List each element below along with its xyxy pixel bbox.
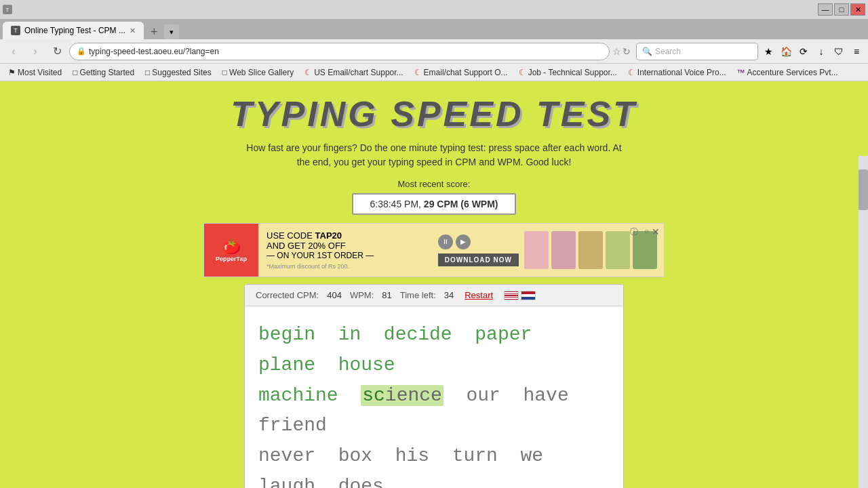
bookmark-web-slice[interactable]: □ Web Slice Gallery (220, 66, 296, 79)
word-turn: turn (452, 445, 498, 466)
ad-line2: AND GET 20% OFF (267, 241, 425, 251)
bookmark-getting-started[interactable]: □ Getting Started (70, 66, 137, 79)
main-column: Typing Speed Test How fast are your fing… (163, 94, 705, 488)
cpm-label: Corrected CPM: (256, 290, 319, 300)
bookmark-icon: □ (222, 68, 227, 77)
url-text: typing-speed-test.aoeu.eu/?lang=en (89, 47, 219, 56)
download-icon[interactable]: ↓ (814, 44, 829, 59)
word-machine: machine (258, 385, 338, 406)
page-content: Typing Speed Test How fast are your fing… (0, 81, 868, 488)
bookmark-label: International Voice Pro... (637, 68, 726, 77)
bookmarks-bar: ⚑ Most Visited □ Getting Started □ Sugge… (0, 64, 868, 81)
tab-favicon: T (11, 26, 20, 35)
ad-minimize-icon[interactable]: ○ (644, 226, 649, 236)
pause-button[interactable]: ⏸ (438, 235, 453, 249)
browser-favicon: T (3, 5, 12, 14)
bookmark-accenture[interactable]: ™ Accenture Services Pvt... (734, 66, 841, 79)
word-we: we (521, 445, 544, 466)
search-placeholder: Search (655, 47, 681, 56)
ad-info-icon[interactable]: ⓘ (630, 226, 638, 238)
scrollbar-thumb[interactable] (859, 169, 868, 210)
typing-test-box: Corrected CPM: 404 WPM: 81 Time left: 34… (244, 284, 624, 488)
bookmark-crescent-icon: ☾ (304, 68, 312, 77)
bookmark-international[interactable]: ☾ International Voice Pro... (625, 66, 729, 79)
bookmark-most-visited[interactable]: ⚑ Most Visited (5, 66, 64, 79)
us-flag[interactable] (504, 291, 519, 300)
bookmark-label: Suggested Sites (152, 68, 211, 77)
bookmark-label: Web Slice Gallery (229, 68, 294, 77)
recent-score-box: 6:38:45 PM, 29 CPM (6 WPM) (352, 193, 515, 215)
word-plane: plane (258, 354, 315, 375)
word-have: have (524, 385, 569, 406)
tab-bar: T Online Typing Test - CPM ... ✕ + ▾ (0, 19, 868, 39)
new-tab-button[interactable]: + (146, 25, 162, 39)
tab-options-button[interactable]: ▾ (164, 24, 179, 39)
scrollbar[interactable] (859, 156, 868, 488)
bookmark-label: Getting Started (79, 68, 134, 77)
pepper-logo: 🍅 PepperTap (204, 223, 258, 277)
word-laugh: laugh (258, 476, 315, 488)
navigation-bar: ‹ › ↻ 🔒 typing-speed-test.aoeu.eu/?lang=… (0, 39, 868, 64)
bookmark-crescent-icon: ☾ (414, 68, 422, 77)
window-controls: — □ ✕ (818, 3, 865, 16)
home-icon[interactable]: 🏠 (778, 44, 793, 59)
bookmark-crescent-icon: ☾ (519, 68, 526, 77)
browser-chrome: T — □ ✕ T Online Typing Test - CPM ... ✕… (0, 0, 868, 81)
bookmark-label: Job - Technical Suppor... (528, 68, 617, 77)
tab-close-icon[interactable]: ✕ (130, 26, 136, 35)
typing-stats-bar: Corrected CPM: 404 WPM: 81 Time left: 34… (245, 285, 623, 306)
word-in: in (338, 324, 361, 345)
word-science-current: science (361, 385, 443, 406)
recent-score-value: 29 CPM (6 WPM) (424, 199, 498, 209)
recent-score-time: 6:38:45 PM, (370, 199, 421, 209)
time-left-label: Time left: (400, 290, 436, 300)
typed-part: sc (362, 385, 385, 406)
menu-icon[interactable]: ≡ (849, 44, 864, 59)
ad-line3: — ON YOUR 1ST ORDER — (267, 251, 425, 260)
play-controls: ⏸ ▶ (438, 235, 471, 249)
shield-icon[interactable]: 🛡 (831, 44, 846, 59)
refresh-button[interactable]: ↻ (47, 42, 66, 61)
maximize-button[interactable]: □ (834, 3, 849, 16)
back-button[interactable]: ‹ (4, 42, 23, 61)
subtitle-line2: the end, you get your typing speed in CP… (297, 157, 572, 167)
bookmark-email-chat[interactable]: ☾ Email/chat Support O... (412, 66, 511, 79)
nl-flag[interactable] (521, 291, 536, 300)
favorites-icon[interactable]: ★ (761, 44, 776, 59)
forward-button[interactable]: › (26, 42, 45, 61)
product-4 (606, 231, 630, 269)
bookmark-tm-icon: ™ (737, 68, 745, 77)
close-button[interactable]: ✕ (850, 3, 865, 16)
ad-close-icon[interactable]: ✕ (652, 226, 660, 237)
restart-link[interactable]: Restart (465, 290, 493, 300)
search-box[interactable]: 🔍 Search (636, 43, 758, 60)
minimize-button[interactable]: — (818, 3, 833, 16)
refresh-small-icon[interactable]: ↻ (623, 46, 631, 57)
wpm-label: WPM: (350, 290, 374, 300)
address-bar[interactable]: 🔒 typing-speed-test.aoeu.eu/?lang=en (69, 43, 610, 60)
word-paper: paper (475, 324, 532, 345)
ad-disclaimer: *Maximum discount of Rs 200. (267, 263, 425, 270)
bookmark-suggested-sites[interactable]: □ Suggested Sites (142, 66, 214, 79)
bookmark-label: Accenture Services Pvt... (747, 68, 838, 77)
word-box: box (338, 445, 372, 466)
ad-banner: 🍅 PepperTap USE CODE TAP20 AND GET 20% O… (203, 223, 665, 277)
remaining-part: ience (385, 385, 442, 406)
bookmark-star-icon[interactable]: ☆ (612, 46, 621, 57)
word-does: does (338, 476, 384, 488)
active-tab[interactable]: T Online Typing Test - CPM ... ✕ (3, 22, 144, 39)
play-button[interactable]: ▶ (456, 235, 471, 249)
wpm-value: 81 (382, 290, 391, 300)
site-title: Typing Speed Test (231, 94, 637, 134)
word-friend: friend (258, 415, 327, 436)
download-button[interactable]: DOWNLOAD NOW (438, 253, 519, 266)
bookmark-job[interactable]: ☾ Job - Technical Suppor... (516, 66, 620, 79)
typing-words-display: begin in decide paper plane house machin… (245, 306, 623, 488)
browser-toolbar-icons: ★ 🏠 ⟳ ↓ 🛡 ≡ (761, 44, 864, 59)
bookmark-us-email[interactable]: ☾ US Email/chart Suppor... (302, 66, 406, 79)
word-begin: begin (258, 324, 315, 345)
search-icon: 🔍 (642, 47, 652, 56)
sync-icon[interactable]: ⟳ (796, 44, 811, 59)
ad-products (524, 231, 664, 269)
subtitle-line1: How fast are your fingers? Do the one mi… (246, 142, 621, 153)
